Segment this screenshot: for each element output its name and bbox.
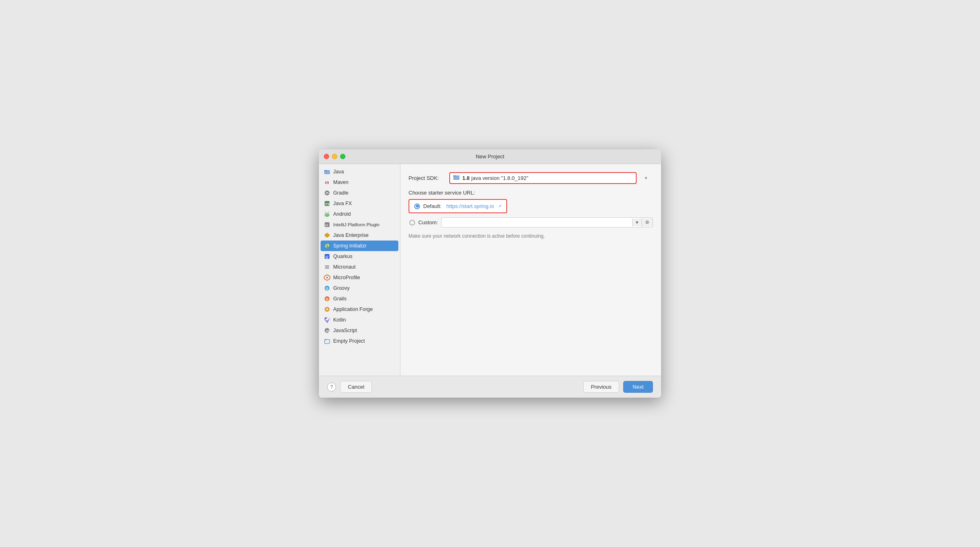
svg-line-10 (328, 212, 329, 212)
custom-dropdown-button[interactable]: ▼ (632, 219, 642, 226)
sidebar: Java m Maven Gradle FX Java FX (319, 164, 400, 376)
previous-button[interactable]: Previous (583, 381, 620, 393)
main-panel: Project SDK: 1.8 java version "1.8.0_192… (400, 164, 661, 376)
svg-point-7 (326, 214, 327, 214)
sidebar-label-java: Java (333, 169, 344, 175)
content-area: Java m Maven Gradle FX Java FX (319, 164, 661, 376)
starter-label-row: Choose starter service URL: (409, 190, 653, 196)
default-url-link[interactable]: https://start.spring.io (446, 203, 494, 209)
svg-point-2 (325, 190, 330, 195)
sdk-label: Project SDK: (409, 175, 445, 181)
sidebar-label-groovy: Groovy (333, 285, 349, 291)
android-icon (324, 211, 330, 217)
sidebar-item-intellij[interactable]: IJ IntelliJ Platform Plugin (319, 219, 400, 230)
cancel-button[interactable]: Cancel (340, 381, 372, 393)
grails-icon: G (324, 295, 330, 302)
footer-right: Previous Next (583, 381, 653, 393)
sidebar-label-android: Android (333, 211, 351, 217)
sidebar-item-java[interactable]: Java (319, 166, 400, 177)
javascript-icon: JS (324, 327, 330, 334)
sidebar-label-javaee: Java Enterprise (333, 232, 369, 238)
javaee-icon (324, 232, 330, 238)
default-radio-input[interactable] (414, 203, 420, 209)
sidebar-item-microprofile[interactable]: MicroProfile (319, 272, 400, 283)
close-button[interactable] (324, 154, 329, 159)
sidebar-label-grails: Grails (333, 296, 347, 302)
sidebar-item-javaee[interactable]: Java Enterprise (319, 230, 400, 241)
custom-radio-label: Custom: (418, 219, 438, 225)
sdk-row: Project SDK: 1.8 java version "1.8.0_192… (409, 172, 653, 184)
svg-rect-35 (453, 175, 456, 176)
intellij-icon: IJ (324, 221, 330, 228)
custom-radio-input[interactable] (409, 220, 415, 225)
svg-line-9 (325, 212, 326, 212)
fullscreen-button[interactable] (340, 154, 345, 159)
custom-radio-row: Custom: ▼ ⚙ (409, 217, 653, 228)
svg-point-15 (326, 247, 327, 247)
microprofile-icon (324, 274, 330, 281)
help-button[interactable]: ? (327, 383, 336, 392)
custom-url-input[interactable] (442, 218, 632, 227)
default-radio-box[interactable]: Default: https://start.spring.io ↗ (409, 199, 507, 213)
sidebar-label-intellij: IntelliJ Platform Plugin (333, 222, 380, 227)
javafx-icon: FX (324, 200, 330, 207)
sdk-version-detail: java version "1.8.0_192" (471, 175, 528, 181)
sidebar-item-micronaut[interactable]: Micronaut (319, 262, 400, 272)
sidebar-item-android[interactable]: Android (319, 209, 400, 219)
sidebar-item-javascript[interactable]: JS JavaScript (319, 325, 400, 336)
svg-point-22 (326, 277, 328, 278)
svg-text:FX: FX (325, 202, 330, 206)
svg-text:G: G (326, 287, 329, 291)
gradle-icon (324, 190, 330, 196)
quarkus-icon: Q (324, 253, 330, 260)
svg-rect-33 (325, 339, 327, 340)
svg-point-8 (327, 214, 328, 214)
next-button[interactable]: Next (623, 381, 653, 393)
sidebar-label-javafx: Java FX (333, 201, 352, 206)
svg-text:G: G (326, 297, 329, 301)
sidebar-label-gradle: Gradle (333, 190, 349, 196)
sdk-folder-icon (453, 175, 460, 182)
sidebar-item-groovy[interactable]: G Groovy (319, 283, 400, 293)
sidebar-item-javafx[interactable]: FX Java FX (319, 198, 400, 209)
sidebar-label-appforge: Application Forge (333, 306, 373, 312)
svg-text:JS: JS (325, 329, 330, 333)
sidebar-label-maven: Maven (333, 179, 349, 185)
sidebar-item-gradle[interactable]: Gradle (319, 188, 400, 198)
sidebar-label-kotlin: Kotlin (333, 317, 346, 323)
sdk-dropdown-arrow[interactable]: ▼ (644, 176, 648, 180)
sidebar-item-appforge[interactable]: Application Forge (319, 304, 400, 315)
traffic-lights (324, 154, 345, 159)
sidebar-label-quarkus: Quarkus (333, 254, 352, 259)
sidebar-label-javascript: JavaScript (333, 328, 357, 333)
kotlin-icon (324, 317, 330, 323)
footer: ? Cancel Previous Next (319, 376, 661, 398)
svg-marker-28 (325, 317, 327, 320)
sidebar-item-maven[interactable]: m Maven (319, 177, 400, 188)
default-radio-label: Default: (423, 203, 442, 209)
svg-marker-13 (325, 233, 330, 238)
sidebar-item-grails[interactable]: G Grails (319, 293, 400, 304)
custom-input-wrapper: ▼ ⚙ (441, 217, 653, 228)
sidebar-label-empty: Empty Project (333, 338, 365, 344)
micronaut-icon (324, 264, 330, 270)
sidebar-item-empty[interactable]: Empty Project (319, 336, 400, 346)
sidebar-item-kotlin[interactable]: Kotlin (319, 315, 400, 325)
sdk-selector[interactable]: 1.8 java version "1.8.0_192" (449, 172, 637, 184)
svg-text:Q: Q (325, 255, 328, 259)
spring-icon (324, 243, 330, 249)
help-icon: ? (330, 384, 333, 390)
svg-text:IJ: IJ (325, 224, 328, 227)
custom-settings-button[interactable]: ⚙ (642, 218, 653, 227)
sidebar-label-microprofile: MicroProfile (333, 275, 360, 280)
window-title: New Project (476, 153, 504, 160)
sidebar-item-spring[interactable]: Spring Initializr (321, 241, 398, 251)
maven-icon: m (324, 179, 330, 186)
footer-left: ? Cancel (327, 381, 372, 393)
sdk-version: 1.8 (462, 175, 470, 181)
sidebar-label-micronaut: Micronaut (333, 264, 356, 270)
new-project-window: New Project Java m Maven Gradle (319, 149, 661, 398)
sidebar-item-quarkus[interactable]: Q Quarkus (319, 251, 400, 262)
minimize-button[interactable] (332, 154, 337, 159)
titlebar: New Project (319, 149, 661, 164)
